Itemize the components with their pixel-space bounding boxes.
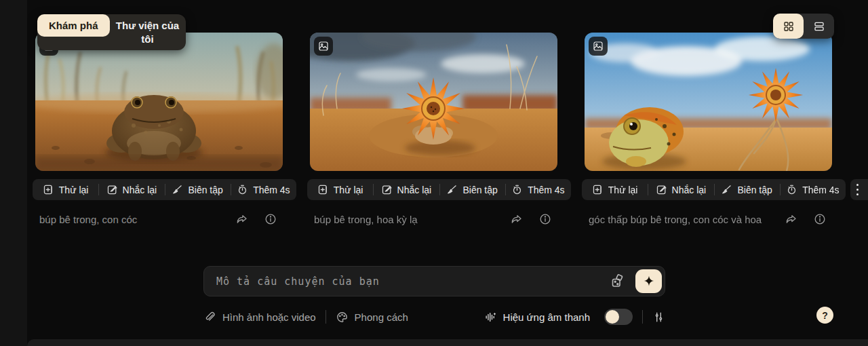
palette-icon <box>336 311 349 324</box>
paperclip-icon <box>203 311 216 324</box>
timer-icon <box>237 184 248 195</box>
info-icon <box>813 212 827 226</box>
card-caption-row-1: búp bê trong, con cóc <box>33 209 296 229</box>
brush-icon <box>172 184 183 195</box>
extend-label: Thêm 4s <box>528 185 564 195</box>
media-type-image-badge <box>589 37 608 56</box>
grid-view-button[interactable] <box>773 14 804 39</box>
timer-icon <box>511 184 523 195</box>
edit-prompt-icon <box>106 184 118 195</box>
extend-4s-button[interactable]: Thêm 4s <box>231 179 296 200</box>
sound-toggle[interactable] <box>604 309 633 325</box>
retry-label: Thử lại <box>59 185 89 195</box>
retry-button[interactable]: Thử lại <box>33 179 98 200</box>
list-view-icon <box>813 20 825 33</box>
edit-button[interactable]: Biên tập <box>165 179 231 200</box>
info-icon <box>538 212 552 226</box>
prompt-caption: góc thấp búp bê trong, con cóc và hoa <box>582 214 785 225</box>
sparkle-icon <box>642 274 656 289</box>
view-toggle <box>773 14 834 39</box>
style-label: Phong cách <box>355 311 408 323</box>
info-button[interactable] <box>264 212 277 226</box>
retry-button[interactable]: Thử lại <box>307 179 373 200</box>
share-button[interactable] <box>235 212 249 226</box>
info-icon <box>264 212 277 226</box>
generation-card-image-1[interactable] <box>35 33 283 171</box>
retry-button[interactable]: Thử lại <box>582 179 648 200</box>
sliders-icon <box>652 311 665 324</box>
toolbar-divider <box>326 310 326 324</box>
share-button[interactable] <box>785 212 798 226</box>
toad-desert-photo <box>35 33 283 171</box>
reprompt-button[interactable]: Nhắc lại <box>648 179 713 200</box>
grid-view-icon <box>783 20 795 33</box>
generation-card-image-2[interactable] <box>310 33 557 171</box>
image-icon <box>593 41 604 52</box>
waveform-icon <box>484 311 497 324</box>
extend-label: Thêm 4s <box>253 185 290 195</box>
extend-label: Thêm 4s <box>802 185 839 195</box>
share-icon <box>235 212 249 226</box>
card-action-bar-1: Thử lại Nhắc lại Biên tập Thêm 4s <box>33 179 296 200</box>
prompt-caption: búp bê trong, hoa kỳ lạ <box>307 214 510 225</box>
toolbar-divider <box>642 310 643 324</box>
generation-card-image-3[interactable] <box>585 33 832 171</box>
edit-prompt-icon <box>656 184 667 195</box>
tab-my-library[interactable]: Thư viện của tôi <box>110 14 186 50</box>
info-button[interactable] <box>813 212 827 226</box>
left-gutter <box>0 0 27 346</box>
desert-flower-photo <box>310 33 557 171</box>
generate-button[interactable] <box>635 269 662 293</box>
retry-label: Thử lại <box>334 185 363 195</box>
sound-effects-item: Hiệu ứng âm thanh <box>484 309 633 325</box>
prompt-composer <box>203 266 665 296</box>
edit-button[interactable]: Biên tập <box>439 179 505 200</box>
prompt-caption: búp bê trong, con cóc <box>33 214 235 225</box>
composer-toolbar: Hình ảnh hoặc video Phong cách Hiệu ứng … <box>203 307 665 327</box>
page-tabs: Khám phá Thư viện của tôi <box>37 14 186 50</box>
attach-media-button[interactable]: Hình ảnh hoặc video <box>203 311 316 324</box>
prompt-input[interactable] <box>204 267 597 296</box>
more-dots-icon <box>856 184 859 186</box>
sound-effects-label: Hiệu ứng âm thanh <box>503 311 590 323</box>
app-stage: Thử lại Nhắc lại Biên tập Thêm 4s Thử <box>0 0 868 346</box>
card-action-bar-3: Thử lại Nhắc lại Biên tập Thêm 4s <box>582 179 846 200</box>
edit-label: Biên tập <box>737 185 772 195</box>
card-caption-row-3: góc thấp búp bê trong, con cóc và hoa <box>582 209 846 229</box>
share-icon <box>785 212 798 226</box>
image-icon <box>318 41 329 52</box>
more-options-button[interactable] <box>850 179 868 200</box>
reprompt-button[interactable]: Nhắc lại <box>373 179 439 200</box>
style-button[interactable]: Phong cách <box>336 311 408 324</box>
list-view-button[interactable] <box>804 14 834 39</box>
help-button[interactable]: ? <box>816 307 833 324</box>
edit-label: Biên tập <box>462 185 497 195</box>
brush-icon <box>446 184 458 195</box>
next-row-peek <box>27 339 868 346</box>
edit-button[interactable]: Biên tập <box>714 179 780 200</box>
tab-explore[interactable]: Khám phá <box>37 14 110 37</box>
toggle-knob <box>606 310 619 324</box>
card-action-bar-2: Thử lại Nhắc lại Biên tập Thêm 4s <box>307 179 571 200</box>
edit-prompt-icon <box>381 184 393 195</box>
media-type-image-badge <box>314 37 333 56</box>
reprompt-label: Nhắc lại <box>123 185 157 195</box>
brush-icon <box>721 184 732 195</box>
edit-label: Biên tập <box>188 185 222 195</box>
timer-icon <box>786 184 797 195</box>
share-button[interactable] <box>510 212 524 226</box>
extend-4s-button[interactable]: Thêm 4s <box>780 179 846 200</box>
retry-label: Thử lại <box>608 185 638 195</box>
retry-icon <box>43 184 54 195</box>
settings-button[interactable] <box>652 311 665 324</box>
retry-icon <box>317 184 329 195</box>
retry-icon <box>592 184 604 195</box>
info-button[interactable] <box>538 212 552 226</box>
random-prompt-button[interactable] <box>609 273 627 290</box>
dice-icon <box>610 273 626 290</box>
attach-media-label: Hình ảnh hoặc video <box>222 311 316 323</box>
help-label: ? <box>822 310 828 321</box>
reprompt-button[interactable]: Nhắc lại <box>98 179 164 200</box>
extend-4s-button[interactable]: Thêm 4s <box>505 179 571 200</box>
card-caption-row-2: búp bê trong, hoa kỳ lạ <box>307 209 571 229</box>
